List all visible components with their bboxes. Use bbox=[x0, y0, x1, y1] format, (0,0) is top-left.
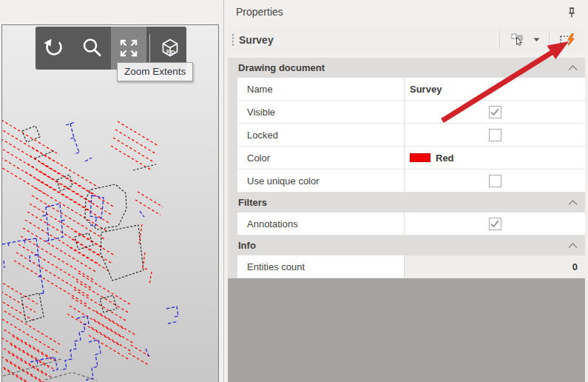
checkmark-icon bbox=[490, 220, 499, 228]
group-label: Filters bbox=[238, 197, 267, 208]
toolbar-separator bbox=[549, 31, 550, 49]
rotate-view-icon bbox=[43, 37, 65, 59]
checkbox-unchecked[interactable] bbox=[489, 175, 501, 187]
zoom-icon bbox=[81, 37, 103, 59]
property-row: Use unique color bbox=[228, 170, 585, 192]
property-label: Visible bbox=[237, 101, 404, 124]
svg-text:D: D bbox=[171, 49, 175, 56]
pin-icon[interactable] bbox=[567, 7, 577, 19]
selection-header-bar: Survey bbox=[228, 27, 585, 52]
color-name: Red bbox=[436, 153, 454, 164]
zoom-extents-icon bbox=[118, 37, 140, 59]
cube-3d-icon: 3 D bbox=[159, 37, 181, 59]
rotate-view-button[interactable] bbox=[36, 27, 72, 70]
value-text: Survey bbox=[410, 84, 442, 95]
panel-empty-area bbox=[228, 278, 585, 382]
property-value[interactable] bbox=[404, 124, 585, 147]
property-row: Visible bbox=[228, 101, 585, 124]
zoom-extents-tooltip: Zoom Extents bbox=[117, 62, 193, 81]
app-window: 3 D Zoom Extents Properties bbox=[0, 0, 588, 382]
select-objects-icon bbox=[511, 33, 524, 46]
checkbox-checked[interactable] bbox=[489, 218, 501, 230]
panel-title: Properties bbox=[236, 0, 283, 24]
quick-select-button[interactable] bbox=[555, 30, 582, 50]
row-indent bbox=[228, 255, 237, 278]
group-label: Drawing document bbox=[238, 62, 325, 73]
property-label: Color bbox=[237, 147, 404, 170]
svg-text:3: 3 bbox=[166, 48, 169, 55]
panel-header: Properties bbox=[224, 0, 588, 25]
selection-toolbar bbox=[493, 27, 585, 52]
zoom-button[interactable] bbox=[72, 27, 111, 70]
property-value[interactable]: Survey bbox=[404, 78, 585, 101]
collapse-chevron-icon[interactable] bbox=[568, 65, 578, 71]
row-indent bbox=[228, 124, 237, 147]
property-grid: Drawing documentNameSurveyVisibleLockedC… bbox=[228, 58, 585, 382]
group-label: Info bbox=[238, 240, 256, 251]
select-mode-dropdown[interactable] bbox=[530, 30, 543, 50]
property-row: Entities count0 bbox=[228, 255, 585, 278]
property-label: Use unique color bbox=[237, 170, 404, 192]
property-row: NameSurvey bbox=[228, 78, 585, 101]
drag-grip[interactable] bbox=[232, 33, 234, 47]
row-indent bbox=[228, 78, 237, 101]
select-objects-button[interactable] bbox=[506, 30, 530, 50]
checkbox-unchecked[interactable] bbox=[489, 129, 501, 141]
selection-title: Survey bbox=[239, 34, 274, 46]
checkmark-icon bbox=[490, 108, 499, 116]
property-value[interactable] bbox=[404, 101, 585, 124]
collapse-chevron-icon[interactable] bbox=[568, 200, 578, 206]
group-header[interactable]: Filters bbox=[228, 192, 585, 212]
checkbox-checked[interactable] bbox=[489, 106, 501, 118]
value-text: 0 bbox=[572, 261, 578, 272]
property-label: Entities count bbox=[237, 255, 404, 278]
group-header[interactable]: Drawing document bbox=[228, 58, 585, 78]
group-header[interactable]: Info bbox=[228, 235, 585, 255]
property-value[interactable] bbox=[404, 212, 585, 235]
property-label: Locked bbox=[237, 124, 404, 147]
color-swatch[interactable] bbox=[410, 153, 430, 162]
property-label: Annotations bbox=[237, 212, 404, 235]
property-label: Name bbox=[237, 78, 404, 101]
property-value: 0 bbox=[404, 255, 585, 278]
chevron-down-icon bbox=[533, 38, 540, 42]
properties-panel: Properties Survey bbox=[223, 0, 588, 382]
property-row: ColorRed bbox=[228, 147, 585, 170]
quick-select-icon bbox=[560, 33, 578, 47]
toolbar-separator bbox=[149, 34, 150, 62]
row-indent bbox=[228, 170, 237, 192]
property-value[interactable] bbox=[404, 170, 585, 192]
row-indent bbox=[228, 101, 237, 124]
property-row: Locked bbox=[228, 124, 585, 147]
collapse-chevron-icon[interactable] bbox=[568, 243, 578, 249]
row-indent bbox=[228, 147, 237, 170]
toolbar-separator bbox=[499, 31, 500, 49]
row-indent bbox=[228, 212, 237, 235]
property-value[interactable]: Red bbox=[404, 147, 585, 170]
property-row: Annotations bbox=[228, 212, 585, 235]
